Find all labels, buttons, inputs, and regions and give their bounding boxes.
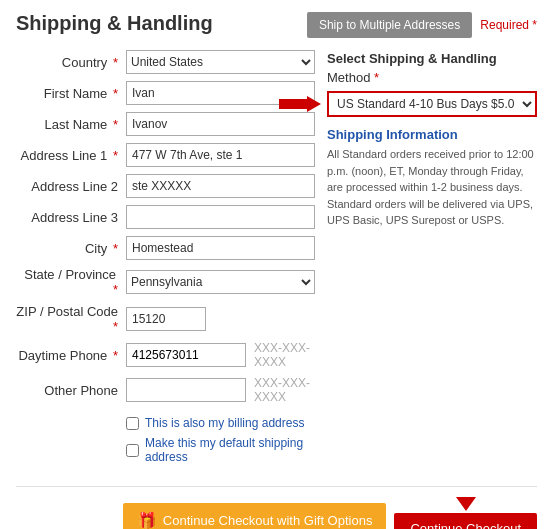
other-phone-input[interactable] [126, 378, 246, 402]
default-shipping-checkbox-label[interactable]: Make this my default shipping address [145, 436, 315, 464]
billing-checkbox[interactable] [126, 417, 139, 430]
address1-row: Address Line 1 * [16, 143, 315, 167]
daytime-phone-row: Daytime Phone * XXX-XXX-XXXX [16, 341, 315, 369]
billing-checkbox-row: This is also my billing address [126, 416, 315, 430]
last-name-label: Last Name * [16, 117, 126, 132]
state-select[interactable]: Pennsylvania [126, 270, 315, 294]
red-arrow-container [279, 94, 321, 114]
zip-label: ZIP / Postal Code * [16, 304, 126, 334]
state-row: State / Province * Pennsylvania [16, 267, 315, 297]
svg-marker-0 [279, 96, 321, 112]
main-content: Country * United States First Name * Las… [16, 50, 537, 470]
down-arrow-icon [456, 497, 476, 511]
last-name-input[interactable] [126, 112, 315, 136]
first-name-label: First Name * [16, 86, 126, 101]
left-form: Country * United States First Name * Las… [16, 50, 315, 470]
header-right: Ship to Multiple Addresses Required * [307, 12, 537, 38]
shipping-info-text: All Standard orders received prior to 12… [327, 146, 537, 229]
page-header: Shipping & Handling Ship to Multiple Add… [16, 12, 537, 38]
zip-input[interactable] [126, 307, 206, 331]
gift-icon: 🎁 [137, 511, 157, 529]
address2-label: Address Line 2 [16, 179, 126, 194]
other-phone-hint: XXX-XXX-XXXX [254, 376, 315, 404]
daytime-phone-input[interactable] [126, 343, 246, 367]
gift-checkout-button[interactable]: 🎁 Continue Checkout with Gift Options [123, 503, 387, 529]
address1-label: Address Line 1 * [16, 148, 126, 163]
other-phone-label: Other Phone [16, 383, 126, 398]
checkboxes-section: This is also my billing address Make thi… [126, 416, 315, 464]
other-phone-row: Other Phone XXX-XXX-XXXX [16, 376, 315, 404]
checkout-button[interactable]: Continue Checkout [394, 513, 537, 529]
shipping-method-wrap: US Standard 4-10 Bus Days $5.00 [327, 91, 537, 117]
city-label: City * [16, 241, 126, 256]
ship-multiple-button[interactable]: Ship to Multiple Addresses [307, 12, 472, 38]
right-panel-subtitle: Method * [327, 70, 537, 85]
daytime-phone-group: XXX-XXX-XXXX [126, 341, 315, 369]
city-input[interactable] [126, 236, 315, 260]
footer: 🎁 Continue Checkout with Gift Options Co… [16, 486, 537, 529]
address1-input[interactable] [126, 143, 315, 167]
daytime-phone-label: Daytime Phone * [16, 348, 126, 363]
country-required-star: * [109, 55, 118, 70]
address2-row: Address Line 2 [16, 174, 315, 198]
address3-input[interactable] [126, 205, 315, 229]
billing-checkbox-label[interactable]: This is also my billing address [145, 416, 304, 430]
checkout-button-group: Continue Checkout [394, 497, 537, 529]
address2-input[interactable] [126, 174, 315, 198]
default-shipping-checkbox[interactable] [126, 444, 139, 457]
required-label: Required * [480, 18, 537, 32]
red-arrow-icon [279, 94, 321, 114]
other-phone-group: XXX-XXX-XXXX [126, 376, 315, 404]
address3-label: Address Line 3 [16, 210, 126, 225]
page-title: Shipping & Handling [16, 12, 213, 35]
daytime-phone-hint: XXX-XXX-XXXX [254, 341, 315, 369]
first-name-row: First Name * [16, 81, 315, 105]
method-required-star: * [370, 70, 379, 85]
country-select[interactable]: United States [126, 50, 315, 74]
country-row: Country * United States [16, 50, 315, 74]
shipping-method-select[interactable]: US Standard 4-10 Bus Days $5.00 [327, 91, 537, 117]
last-name-row: Last Name * [16, 112, 315, 136]
address3-row: Address Line 3 [16, 205, 315, 229]
shipping-info-title: Shipping Information [327, 127, 537, 142]
right-panel-title: Select Shipping & Handling [327, 50, 537, 66]
right-panel: Select Shipping & Handling Method * US S… [327, 50, 537, 470]
country-label: Country * [16, 55, 126, 70]
default-shipping-checkbox-row: Make this my default shipping address [126, 436, 315, 464]
state-label: State / Province * [16, 267, 126, 297]
zip-row: ZIP / Postal Code * [16, 304, 315, 334]
city-row: City * [16, 236, 315, 260]
